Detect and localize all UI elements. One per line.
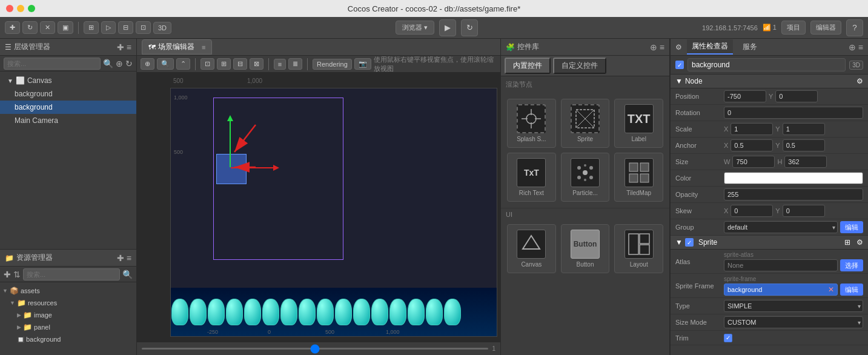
node-lib-icon2[interactable]: ⊕ [650, 42, 657, 52]
scene-tool-c[interactable]: ⊟ [233, 58, 247, 70]
opacity-input[interactable] [724, 188, 863, 201]
tree-item-canvas[interactable]: ▼ ⬜ Canvas [0, 74, 136, 87]
position-y-input[interactable] [775, 90, 818, 102]
refresh-btn[interactable]: ↻ [22, 21, 38, 34]
asset-item-panel[interactable]: ▶ 📁 panel [0, 321, 136, 333]
expand-node-icon[interactable]: ▼ [675, 77, 683, 85]
project-btn[interactable]: 项目 [781, 21, 806, 35]
zoom-slider[interactable] [142, 348, 488, 350]
rotation-input[interactable] [724, 107, 863, 119]
build-btn[interactable]: ⊞ [84, 21, 99, 34]
asset-item-background[interactable]: 🔲 background [0, 333, 136, 345]
scene-tool-move[interactable]: ⊕ [141, 58, 154, 70]
scene-tool-a[interactable]: ⊡ [200, 58, 214, 70]
asset-add-icon[interactable]: ✚ [117, 253, 124, 263]
more-icon[interactable]: ≡ [127, 42, 131, 52]
play-btn[interactable]: ▶ [439, 19, 456, 36]
node-settings-icon[interactable]: ⚙ [856, 77, 863, 85]
scene-tool-d[interactable]: ⊠ [250, 58, 263, 70]
props-icon1[interactable]: ⊕ [849, 42, 856, 52]
asset-search-icon[interactable]: 🔍 [122, 270, 133, 279]
node-button[interactable]: Button Button [561, 224, 610, 273]
search-icon[interactable]: 🔍 [103, 59, 113, 68]
hierarchy-refresh-icon[interactable]: ↻ [125, 59, 133, 68]
node-label[interactable]: TXT Label [614, 99, 663, 148]
camera-btn[interactable]: 📷 [354, 58, 371, 70]
hierarchy-filter-icon[interactable]: ⊕ [116, 59, 123, 68]
scene-tool-f[interactable]: ≣ [288, 58, 302, 70]
props-more[interactable]: ≡ [858, 42, 863, 52]
layout-btn[interactable]: ⊟ [118, 21, 133, 34]
node-splash[interactable]: Splash S... [507, 99, 556, 148]
scene-tool-b[interactable]: ⊞ [217, 58, 231, 70]
node-lib-more[interactable]: ≡ [660, 42, 664, 52]
asset-new-icon[interactable]: ✚ [4, 270, 11, 279]
add-node-icon[interactable]: ✚ [117, 42, 124, 52]
threed-btn[interactable]: 3D [153, 22, 171, 34]
selected-node[interactable] [216, 154, 247, 184]
sprite-frame-edit-btn[interactable]: 编辑 [840, 284, 863, 296]
scene-tool-zoom[interactable]: 🔍 [157, 58, 174, 70]
run-btn[interactable]: ▷ [101, 21, 116, 34]
atlas-select-btn[interactable]: 选择 [840, 259, 863, 271]
group-edit-btn[interactable]: 编辑 [840, 221, 863, 233]
editor-btn[interactable]: 编辑器 [810, 21, 841, 35]
scene-canvas[interactable]: 1,000 500 [137, 73, 500, 355]
node-tiledmap[interactable]: TiledMap [614, 153, 663, 202]
asset-item-image[interactable]: ▶ 📁 image [0, 309, 136, 321]
new-btn[interactable]: ✚ [5, 21, 20, 34]
node-canvas[interactable]: Canvas [507, 224, 556, 273]
node-layout[interactable]: Layout [614, 224, 663, 273]
group-select[interactable]: default [724, 221, 838, 233]
sprite-frame-clear-icon[interactable]: ✕ [828, 285, 834, 294]
node-sprite[interactable]: Sprite [561, 99, 610, 148]
expand-sprite-icon[interactable]: ▼ [675, 238, 683, 247]
asset-item-assets[interactable]: ▼ 📦 assets [0, 285, 136, 297]
type-select[interactable]: SIMPLE SLICED TILED FILLED [724, 300, 863, 312]
browser-btn[interactable]: 浏览器 ▾ [396, 21, 434, 35]
node-name-input[interactable] [687, 58, 846, 71]
size-h-input[interactable] [784, 156, 827, 168]
screenshot-btn[interactable]: ▣ [58, 21, 73, 34]
asset-item-resources[interactable]: ▼ 📁 resources [0, 297, 136, 309]
rendering-btn[interactable]: Rendering [313, 59, 352, 70]
maximize-dot[interactable] [28, 5, 35, 12]
tree-item-camera[interactable]: Main Camera [0, 114, 136, 127]
tab-custom[interactable]: 自定义控件 [553, 58, 606, 74]
hierarchy-search-input[interactable] [4, 58, 101, 70]
size-w-input[interactable] [732, 156, 775, 168]
tab-builtin[interactable]: 内置控件 [505, 58, 551, 74]
tree-item-bg2[interactable]: background [0, 101, 136, 114]
node-particle[interactable]: Particle... [561, 153, 610, 202]
sprite-frame-display[interactable]: background ✕ [724, 284, 838, 296]
minimize-dot[interactable] [17, 5, 24, 12]
window-controls[interactable] [6, 5, 35, 12]
position-x-input[interactable] [724, 90, 766, 102]
refresh2-btn[interactable]: ↻ [461, 19, 478, 36]
anchor-y-input[interactable] [783, 139, 825, 151]
tree-item-bg1[interactable]: background [0, 87, 136, 101]
props-tab-service[interactable]: 服务 [738, 40, 762, 54]
close-btn[interactable]: ✕ [40, 21, 55, 34]
scale-x-input[interactable] [731, 123, 773, 135]
skew-x-input[interactable] [731, 205, 773, 217]
close-dot[interactable] [6, 5, 13, 12]
sprite-settings-icon[interactable]: ⚙ [856, 238, 863, 247]
sprite-enabled-checkbox[interactable]: ✓ [685, 238, 694, 247]
props-tab-inspector[interactable]: 属性检查器 [687, 39, 733, 55]
tab-more-icon[interactable]: ≡ [202, 44, 205, 51]
asset-search-input[interactable] [23, 268, 120, 280]
help-btn[interactable]: ? [846, 19, 863, 36]
scene-tab-active[interactable]: 🗺 场景编辑器 ≡ [142, 39, 212, 55]
skew-y-input[interactable] [783, 205, 825, 217]
node-richtext[interactable]: TxT Rich Text [507, 153, 556, 202]
layout2-btn[interactable]: ⊡ [136, 21, 151, 34]
sprite-prefab-icon[interactable]: ⊞ [844, 238, 850, 247]
node-enabled-checkbox[interactable]: ✓ [675, 61, 684, 69]
asset-more-icon[interactable]: ≡ [127, 253, 131, 263]
trim-checkbox[interactable]: ✓ [724, 334, 732, 342]
size-mode-select[interactable]: CUSTOM TRIMMED RAW [724, 316, 863, 328]
scene-tool-rotate[interactable]: ⌃ [176, 58, 190, 70]
scale-y-input[interactable] [783, 123, 825, 135]
color-picker[interactable] [724, 172, 863, 184]
